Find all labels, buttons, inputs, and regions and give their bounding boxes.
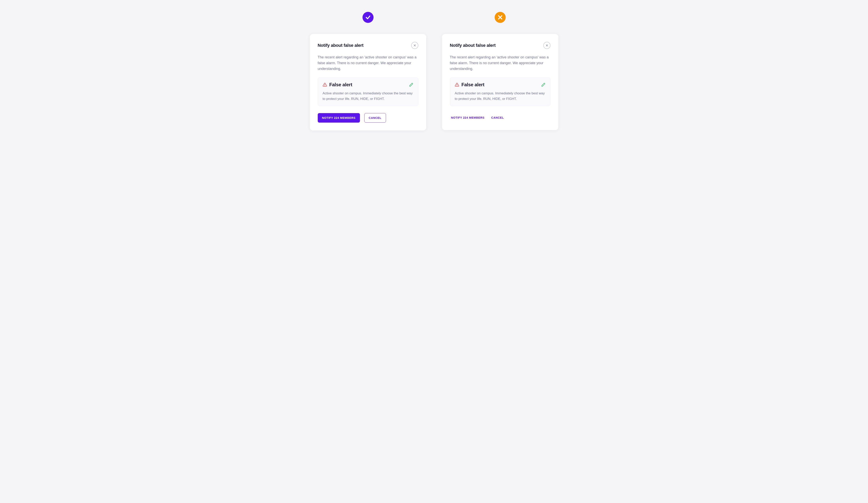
notify-dialog: Notify about false alert The recent aler…	[310, 34, 426, 130]
dialog-title: Notify about false alert	[318, 43, 363, 48]
alert-label: False alert	[329, 82, 352, 88]
dialog-actions: NOTIFY 224 MEMBERS CANCEL	[450, 113, 550, 122]
dialog-body-text: The recent alert regarding an 'active sh…	[450, 54, 550, 71]
alert-header-left: False alert	[323, 82, 352, 88]
notify-button[interactable]: NOTIFY 224 MEMBERS	[450, 113, 486, 122]
alert-description: Active shooter on campus. Immediately ch…	[455, 91, 546, 101]
close-icon	[413, 44, 416, 47]
dialog-header: Notify about false alert	[318, 42, 418, 49]
dialog-body-text: The recent alert regarding an 'active sh…	[318, 54, 418, 71]
edit-icon[interactable]	[541, 82, 546, 87]
close-button[interactable]	[544, 42, 550, 49]
warning-icon	[455, 82, 459, 87]
alert-description: Active shooter on campus. Immediately ch…	[323, 91, 413, 101]
good-example: Notify about false alert The recent aler…	[310, 12, 426, 491]
close-button[interactable]	[411, 42, 418, 49]
cross-icon	[497, 14, 503, 20]
alert-label: False alert	[462, 82, 485, 88]
warning-icon	[323, 82, 327, 87]
bad-example: Notify about false alert The recent aler…	[442, 12, 558, 491]
cancel-button[interactable]: CANCEL	[490, 113, 505, 122]
cancel-button[interactable]: CANCEL	[364, 113, 386, 123]
alert-preview: False alert Active shooter on campus. Im…	[318, 77, 418, 106]
check-icon	[365, 14, 371, 20]
good-badge	[362, 12, 373, 23]
dialog-title: Notify about false alert	[450, 43, 496, 48]
dialog-actions: NOTIFY 224 MEMBERS CANCEL	[318, 113, 418, 123]
alert-header: False alert	[323, 82, 413, 88]
alert-header-left: False alert	[455, 82, 485, 88]
alert-preview: False alert Active shooter on campus. Im…	[450, 77, 550, 106]
notify-dialog: Notify about false alert The recent aler…	[442, 34, 558, 130]
edit-icon[interactable]	[409, 82, 413, 87]
alert-header: False alert	[455, 82, 546, 88]
dialog-header: Notify about false alert	[450, 42, 550, 49]
bad-badge	[495, 12, 506, 23]
close-icon	[546, 44, 548, 47]
notify-button[interactable]: NOTIFY 224 MEMBERS	[318, 113, 360, 123]
